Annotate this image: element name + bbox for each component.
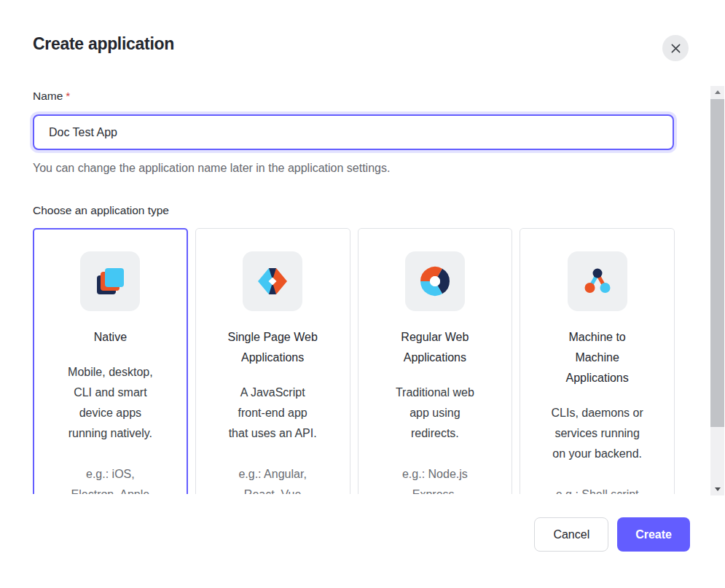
scrollbar-thumb[interactable] xyxy=(710,99,724,427)
create-application-dialog: Create application Name* You can change … xyxy=(0,0,725,588)
name-helper-text: You can change the application name late… xyxy=(33,162,390,175)
card-examples: e.g.: Shell script xyxy=(530,485,665,494)
app-type-card-spa[interactable]: Single Page Web Applications A JavaScrip… xyxy=(195,228,350,494)
card-description: A JavaScript front-end app that uses an … xyxy=(205,383,340,444)
card-title: Native xyxy=(43,327,178,348)
card-examples: e.g.: iOS, Electron, Apple xyxy=(43,464,178,494)
scrollbar[interactable] xyxy=(710,86,724,495)
scrollbar-up-button[interactable] xyxy=(710,86,724,98)
double-diamond-icon xyxy=(243,251,302,311)
linked-nodes-icon xyxy=(568,251,627,311)
x-icon xyxy=(670,43,681,54)
card-description: Traditional web app using redirects. xyxy=(368,383,503,444)
triangle-up-icon xyxy=(715,90,721,94)
app-type-card-m2m[interactable]: Machine to Machine Applications CLIs, da… xyxy=(520,228,675,494)
required-asterisk: * xyxy=(66,90,70,102)
dialog-footer: Cancel Create xyxy=(534,517,690,552)
card-examples: e.g.: Node.js Express, xyxy=(368,464,503,494)
stacked-squares-icon xyxy=(80,251,140,311)
application-type-label: Choose an application type xyxy=(33,204,169,217)
close-button[interactable] xyxy=(662,35,689,61)
app-type-card-native[interactable]: Native Mobile, desktop, CLI and smart de… xyxy=(33,228,188,494)
name-label: Name xyxy=(33,90,63,102)
card-title: Machine to Machine Applications xyxy=(530,327,665,388)
dialog-title: Create application xyxy=(33,34,174,54)
card-examples: e.g.: Angular, React, Vue xyxy=(205,464,340,494)
scrollbar-down-button[interactable] xyxy=(710,483,724,495)
donut-swirl-icon xyxy=(405,251,465,311)
application-type-cards: Native Mobile, desktop, CLI and smart de… xyxy=(33,228,675,494)
name-label-row: Name* xyxy=(33,90,70,103)
app-type-card-regular-web[interactable]: Regular Web Applications Traditional web… xyxy=(358,228,513,494)
card-title: Regular Web Applications xyxy=(368,327,503,368)
name-input[interactable] xyxy=(33,114,674,150)
triangle-down-icon xyxy=(715,487,721,491)
create-button[interactable]: Create xyxy=(617,517,690,552)
card-description: Mobile, desktop, CLI and smart device ap… xyxy=(43,362,178,444)
cancel-button[interactable]: Cancel xyxy=(534,517,608,552)
card-description: CLIs, daemons or services running on you… xyxy=(530,403,665,464)
card-title: Single Page Web Applications xyxy=(205,327,340,368)
